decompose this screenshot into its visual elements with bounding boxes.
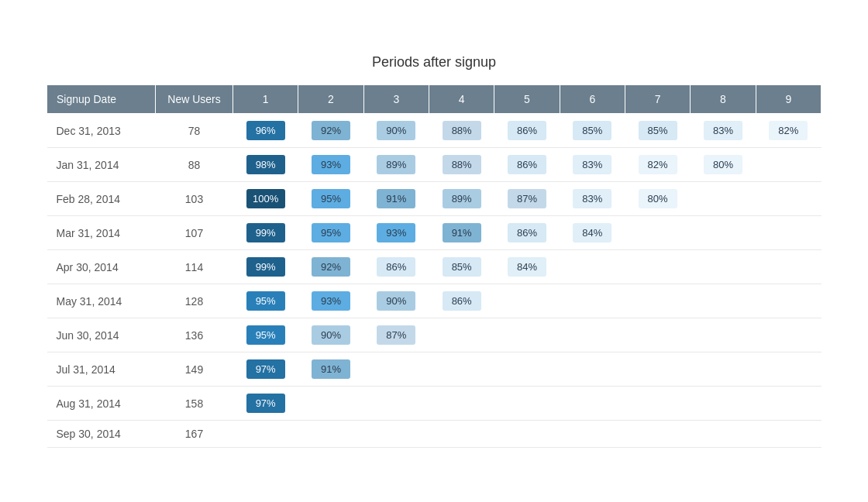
- cell-users: 128: [156, 284, 233, 318]
- cell-period-4: 89%: [429, 182, 494, 216]
- header-period-9: 9: [756, 85, 821, 114]
- cell-period-4: 86%: [429, 284, 494, 318]
- cell-period-1: 99%: [233, 250, 298, 284]
- cell-date: Jun 30, 2014: [47, 318, 156, 352]
- cell-period-3: [363, 421, 429, 448]
- cell-period-7: [625, 352, 690, 387]
- cell-period-7: 80%: [625, 182, 690, 216]
- header-period-5: 5: [494, 85, 560, 114]
- cell-period-4: 85%: [429, 250, 494, 284]
- cell-period-2: 95%: [298, 216, 363, 250]
- table-row: Mar 31, 201410799%95%93%91%86%84%: [47, 216, 822, 250]
- cell-period-7: [625, 318, 690, 352]
- cell-period-3: 87%: [363, 318, 429, 352]
- cell-period-5: [494, 284, 560, 318]
- cell-period-9: [756, 421, 821, 448]
- cell-date: Apr 30, 2014: [47, 250, 156, 284]
- cell-period-1: 97%: [233, 352, 298, 387]
- table-header-row: Signup Date New Users 1 2 3 4 5 6 7 8 9: [47, 85, 822, 114]
- cell-period-2: 92%: [298, 250, 363, 284]
- cell-users: 78: [156, 114, 233, 148]
- cell-period-7: [625, 250, 690, 284]
- cell-period-8: [691, 216, 756, 250]
- cell-period-1: 97%: [233, 387, 298, 421]
- table-row: Jan 31, 20148898%93%89%88%86%83%82%80%: [47, 148, 822, 182]
- cell-period-5: 84%: [494, 250, 560, 284]
- cell-period-8: [691, 352, 756, 387]
- table-body: Dec 31, 20137896%92%90%88%86%85%85%83%82…: [47, 114, 822, 448]
- cell-period-3: 90%: [363, 114, 429, 148]
- cell-period-4: [429, 352, 494, 387]
- cell-period-9: [756, 216, 821, 250]
- cell-period-2: [298, 387, 363, 421]
- cell-period-1: 98%: [233, 148, 298, 182]
- cell-users: 114: [156, 250, 233, 284]
- table-row: May 31, 201412895%93%90%86%: [47, 284, 822, 318]
- cell-period-8: 83%: [691, 114, 756, 148]
- table-row: Jul 31, 201414997%91%: [47, 352, 822, 387]
- table-row: Feb 28, 2014103100%95%91%89%87%83%80%: [47, 182, 822, 216]
- cell-period-7: [625, 387, 690, 421]
- cell-period-6: [560, 284, 625, 318]
- cell-period-4: [429, 318, 494, 352]
- chart-title: Periods after signup: [46, 54, 822, 70]
- cell-period-1: 95%: [233, 318, 298, 352]
- cell-period-5: 86%: [494, 216, 560, 250]
- table-row: Jun 30, 201413695%90%87%: [47, 318, 822, 352]
- cell-period-5: [494, 421, 560, 448]
- cell-period-3: 86%: [363, 250, 429, 284]
- cell-period-9: [756, 148, 821, 182]
- cell-period-3: 91%: [363, 182, 429, 216]
- cell-period-3: [363, 352, 429, 387]
- cell-date: Aug 31, 2014: [47, 387, 156, 421]
- header-period-1: 1: [233, 85, 298, 114]
- header-new-users: New Users: [156, 85, 233, 114]
- header-period-7: 7: [625, 85, 690, 114]
- header-period-2: 2: [298, 85, 363, 114]
- cell-period-3: [363, 387, 429, 421]
- cell-date: Jul 31, 2014: [47, 352, 156, 387]
- cell-date: Mar 31, 2014: [47, 216, 156, 250]
- cell-period-7: [625, 216, 690, 250]
- cell-period-4: [429, 387, 494, 421]
- cell-period-9: 82%: [756, 114, 821, 148]
- cell-date: Jan 31, 2014: [47, 148, 156, 182]
- cell-period-8: [691, 250, 756, 284]
- cell-period-6: 84%: [560, 216, 625, 250]
- cell-period-9: [756, 182, 821, 216]
- header-signup-date: Signup Date: [47, 85, 156, 114]
- table-row: Aug 31, 201415897%: [47, 387, 822, 421]
- cell-period-6: [560, 318, 625, 352]
- cell-period-4: 91%: [429, 216, 494, 250]
- cell-period-1: 100%: [233, 182, 298, 216]
- cell-period-3: 89%: [363, 148, 429, 182]
- cell-period-2: 93%: [298, 148, 363, 182]
- cell-period-3: 90%: [363, 284, 429, 318]
- table-row: Dec 31, 20137896%92%90%88%86%85%85%83%82…: [47, 114, 822, 148]
- cell-users: 158: [156, 387, 233, 421]
- cell-period-6: [560, 421, 625, 448]
- cell-period-2: 93%: [298, 284, 363, 318]
- cell-period-6: 83%: [560, 182, 625, 216]
- cell-period-1: 95%: [233, 284, 298, 318]
- cell-period-7: [625, 421, 690, 448]
- cell-period-7: 85%: [625, 114, 690, 148]
- cell-period-6: 83%: [560, 148, 625, 182]
- cell-period-2: 92%: [298, 114, 363, 148]
- cell-period-8: 80%: [691, 148, 756, 182]
- cell-period-5: 86%: [494, 148, 560, 182]
- header-period-3: 3: [363, 85, 429, 114]
- cell-period-9: [756, 318, 821, 352]
- cell-users: 136: [156, 318, 233, 352]
- cell-period-8: [691, 182, 756, 216]
- cell-period-6: [560, 352, 625, 387]
- cell-date: Sep 30, 2014: [47, 421, 156, 448]
- cell-period-6: [560, 250, 625, 284]
- cell-period-8: [691, 284, 756, 318]
- cell-period-1: 96%: [233, 114, 298, 148]
- cell-period-1: 99%: [233, 216, 298, 250]
- cell-period-2: 91%: [298, 352, 363, 387]
- cell-date: May 31, 2014: [47, 284, 156, 318]
- cell-period-8: [691, 421, 756, 448]
- cohort-table: Signup Date New Users 1 2 3 4 5 6 7 8 9 …: [46, 84, 822, 448]
